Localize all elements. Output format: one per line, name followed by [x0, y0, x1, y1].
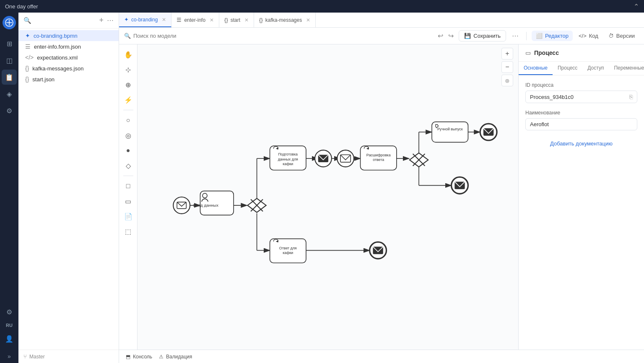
tool-circle-mid[interactable]: ◎: [122, 129, 135, 142]
tab-start[interactable]: {} start ✕: [219, 13, 254, 27]
branch-label: Master: [29, 354, 45, 360]
console-label: Консоль: [133, 354, 152, 360]
tab-close-co-branding[interactable]: ✕: [162, 17, 166, 23]
expand-icon[interactable]: »: [8, 353, 11, 360]
save-icon: 💾: [464, 33, 471, 39]
nav-user[interactable]: 👤: [2, 331, 17, 346]
tool-lasso[interactable]: ⊕: [122, 78, 135, 91]
view-tab-code[interactable]: </> Код: [574, 31, 602, 41]
more-button[interactable]: ⋯: [509, 30, 521, 41]
view-tab-label: Редактор: [545, 33, 569, 39]
tab-close-start[interactable]: ✕: [244, 17, 249, 23]
id-field-input[interactable]: ⎘: [525, 91, 637, 103]
view-tab-label: Версии: [616, 33, 635, 39]
nav-files[interactable]: 📋: [2, 70, 17, 85]
svg-text:данных для: данных для: [278, 157, 298, 161]
save-button[interactable]: 💾 Сохранить: [459, 30, 506, 41]
sidebar-bottom-master[interactable]: ⑂ Master: [18, 350, 119, 363]
tab-co-branding[interactable]: ✦ co-branding ✕: [119, 13, 171, 27]
tool-dashed-rect[interactable]: ⬚: [122, 225, 135, 238]
sidebar: 🔍 + ⋯ ✦ co-branding.bpmn ☰ enter-info.fo…: [18, 13, 119, 363]
zoom-in-button[interactable]: +: [501, 48, 513, 60]
rpanel-tab-access[interactable]: Доступ: [582, 62, 609, 75]
bpmn-diagram: Ввод данных Подготовка данных для кафки: [138, 44, 518, 350]
tool-circle-end[interactable]: ●: [122, 144, 135, 157]
sidebar-file-kafka[interactable]: {} kafka-messages.json: [18, 63, 119, 74]
sidebar-file-expectations[interactable]: </> expectations.xml: [18, 52, 119, 63]
tool-crosshair[interactable]: ⊹: [122, 63, 135, 76]
rpanel-tab-process[interactable]: Процесс: [553, 62, 582, 75]
nav-settings-bottom[interactable]: ⚙: [2, 304, 17, 319]
sidebar-files: ✦ co-branding.bpmn ☰ enter-info.form.jso…: [18, 29, 119, 350]
collapse-icon[interactable]: ⌃: [634, 3, 639, 10]
zoom-out-button[interactable]: −: [501, 61, 513, 73]
tab-close-enter-info[interactable]: ✕: [210, 17, 214, 23]
tool-diamond[interactable]: ◇: [122, 159, 135, 172]
name-input[interactable]: [530, 121, 633, 127]
id-field-label: ID процесса: [525, 82, 637, 88]
xml-icon: </>: [25, 54, 34, 61]
tab-file-icon: ☰: [177, 17, 182, 23]
bpmn-canvas[interactable]: Ввод данных Подготовка данных для кафки: [138, 44, 518, 350]
sidebar-file-enter-info[interactable]: ☰ enter-info.form.json: [18, 41, 119, 52]
undo-button[interactable]: ↩: [436, 30, 445, 41]
app-logo[interactable]: [3, 16, 16, 29]
svg-text:Ввод данных: Ввод данных: [193, 203, 218, 207]
view-tabs: ⬜ Редактор </> Код ⏱ Версии: [532, 31, 639, 41]
right-panel-content: ID процесса ⎘ Наименование Добавить доку…: [519, 75, 644, 350]
sidebar-header: 🔍 + ⋯: [18, 13, 119, 29]
tool-circle-start[interactable]: ○: [122, 114, 135, 127]
nav-settings-side[interactable]: ⚙: [2, 103, 17, 118]
branch-icon: ⑂: [23, 353, 27, 360]
tab-label: kafka-messages: [265, 17, 302, 23]
tab-kafka[interactable]: {} kafka-messages ✕: [254, 13, 316, 27]
rpanel-tab-basics[interactable]: Основные: [519, 62, 553, 75]
tabs-bar: ✦ co-branding ✕ ☰ enter-info ✕ {} start …: [119, 13, 644, 28]
sidebar-file-label: kafka-messages.json: [32, 65, 83, 72]
more-icon[interactable]: ⋯: [107, 16, 114, 24]
add-documentation-link[interactable]: Добавить документацию: [525, 137, 637, 150]
name-field-label: Наименование: [525, 110, 637, 116]
tab-close-kafka[interactable]: ✕: [306, 17, 310, 23]
tool-spark[interactable]: ⚡: [122, 93, 135, 106]
console-icon: ⬒: [126, 354, 130, 360]
nav-home[interactable]: ⊞: [2, 36, 17, 51]
top-bar-title: One day offer: [5, 3, 634, 10]
tab-label: co-branding: [131, 17, 158, 23]
zoom-fit-button[interactable]: ◎: [501, 75, 513, 86]
id-input[interactable]: [530, 94, 629, 100]
sidebar-file-label: expectations.xml: [37, 54, 78, 61]
tool-hand[interactable]: ✋: [122, 48, 135, 61]
search-bar[interactable]: 🔍: [124, 33, 433, 39]
versions-icon: ⏱: [608, 33, 614, 39]
process-icon: ▭: [525, 49, 531, 56]
lang-toggle[interactable]: RU: [6, 323, 13, 328]
svg-text:Подготовка: Подготовка: [278, 152, 298, 156]
search-input[interactable]: [133, 33, 204, 39]
toolbar: 🔍 ↩ ↪ 💾 Сохранить ⋯ ⬜ Редактор </>: [119, 28, 644, 44]
undo-redo: ↩ ↪: [436, 30, 455, 41]
nav-graph[interactable]: ◈: [2, 86, 17, 101]
view-tab-versions[interactable]: ⏱ Версии: [604, 31, 639, 41]
right-panel-tabs: Основные Процесс Доступ Переменные: [519, 62, 644, 75]
search-icon-toolbar: 🔍: [124, 33, 131, 39]
tool-doc[interactable]: 📄: [122, 210, 135, 223]
tab-label: enter-info: [184, 17, 205, 23]
sidebar-file-co-branding[interactable]: ✦ co-branding.bpmn: [18, 30, 119, 41]
nav-dashboard[interactable]: ◫: [2, 53, 17, 68]
name-field-input[interactable]: [525, 118, 637, 130]
console-button[interactable]: ⬒ Консоль: [126, 354, 152, 360]
svg-point-33: [337, 150, 354, 167]
rpanel-tab-variables[interactable]: Переменные: [609, 62, 644, 75]
copy-icon[interactable]: ⎘: [629, 93, 633, 100]
tool-rect[interactable]: □: [122, 179, 135, 193]
redo-button[interactable]: ↪: [447, 30, 455, 41]
view-tab-editor[interactable]: ⬜ Редактор: [532, 31, 573, 41]
editor-icon: ⬜: [536, 33, 543, 39]
tab-enter-info[interactable]: ☰ enter-info ✕: [171, 13, 219, 27]
validation-button[interactable]: ⚠ Валидация: [159, 354, 192, 360]
file-icon: ☰: [25, 43, 31, 50]
sidebar-file-start[interactable]: {} start.json: [18, 74, 119, 85]
add-file-icon[interactable]: +: [99, 16, 104, 25]
tool-rect2[interactable]: ▭: [122, 194, 135, 208]
